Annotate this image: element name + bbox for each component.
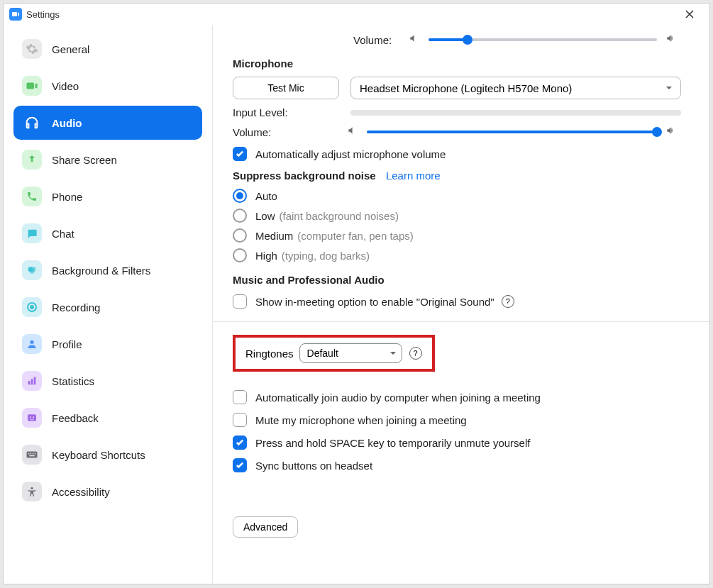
- sidebar-item-keyboard[interactable]: Keyboard Shortcuts: [13, 438, 202, 472]
- nav-label: Audio: [52, 117, 82, 129]
- speaker-high-icon: [665, 33, 677, 46]
- ringtones-label: Ringtones: [245, 348, 294, 360]
- input-level-meter: [350, 110, 681, 116]
- noise-low-label: Low: [255, 210, 275, 222]
- svg-rect-15: [29, 455, 35, 457]
- recording-icon: [22, 297, 42, 317]
- space-unmute-row: Press and hold SPACE key to temporarily …: [233, 436, 681, 450]
- nav-label: General: [52, 43, 89, 55]
- noise-medium-row: Medium (computer fan, pen taps): [233, 228, 681, 243]
- svg-rect-5: [31, 379, 33, 384]
- mic-device-row: Test Mic Headset Microphone (Logitech H5…: [233, 77, 681, 99]
- titlebar: Settings: [4, 4, 709, 25]
- help-icon[interactable]: ?: [409, 347, 422, 360]
- mute-join-checkbox[interactable]: [233, 413, 247, 427]
- video-icon: [22, 76, 42, 96]
- learn-more-link[interactable]: Learn more: [386, 170, 441, 182]
- sidebar-item-profile[interactable]: Profile: [13, 327, 202, 361]
- nav-label: Video: [52, 80, 79, 92]
- svg-point-2: [30, 270, 35, 274]
- accessibility-icon: [22, 482, 42, 501]
- svg-rect-14: [35, 453, 36, 455]
- advanced-button[interactable]: Advanced: [233, 516, 298, 538]
- speaker-volume-slider[interactable]: [429, 38, 657, 41]
- sidebar-item-accessibility[interactable]: Accessibility: [13, 475, 202, 509]
- noise-auto-radio[interactable]: [233, 189, 247, 203]
- svg-rect-13: [33, 453, 34, 455]
- noise-medium-hint: (computer fan, pen taps): [297, 230, 413, 242]
- filters-icon: [22, 260, 42, 280]
- nav-label: Profile: [52, 338, 82, 350]
- noise-medium-radio[interactable]: [233, 228, 247, 243]
- settings-window: Settings General Video Audio Share Scree…: [3, 3, 710, 584]
- noise-low-radio[interactable]: [233, 209, 247, 223]
- space-unmute-label: Press and hold SPACE key to temporarily …: [255, 437, 530, 449]
- test-mic-button[interactable]: Test Mic: [233, 77, 339, 99]
- noise-low-hint: (faint background noises): [280, 210, 399, 222]
- sidebar-item-feedback[interactable]: Feedback: [13, 401, 202, 435]
- feedback-icon: [22, 408, 42, 428]
- mute-join-row: Mute my microphone when joining a meetin…: [233, 413, 681, 427]
- sidebar-item-chat[interactable]: Chat: [13, 216, 202, 250]
- noise-low-row: Low (faint background noises): [233, 209, 681, 223]
- mic-device-select[interactable]: Headset Microphone (Logitech H570e Mono): [350, 77, 681, 99]
- sidebar-item-general[interactable]: General: [13, 32, 202, 66]
- speaker-volume-row: Volume:: [353, 33, 681, 46]
- original-sound-row: Show in-meeting option to enable "Origin…: [233, 294, 681, 309]
- ringtones-value: Default: [307, 348, 338, 359]
- noise-high-hint: (typing, dog barks): [282, 250, 370, 262]
- noise-high-row: High (typing, dog barks): [233, 248, 681, 262]
- svg-point-9: [33, 416, 34, 418]
- sidebar-item-share-screen[interactable]: Share Screen: [13, 143, 202, 177]
- auto-join-label: Automatically join audio by computer whe…: [255, 392, 541, 404]
- ringtones-select[interactable]: Default: [299, 343, 402, 363]
- nav-label: Feedback: [52, 412, 99, 424]
- nav-label: Background & Filters: [52, 265, 150, 277]
- noise-high-radio[interactable]: [233, 248, 247, 262]
- sync-headset-label: Sync buttons on headset: [255, 460, 372, 472]
- nav-label: Chat: [52, 228, 74, 240]
- share-icon: [22, 150, 42, 170]
- sidebar-item-background[interactable]: Background & Filters: [13, 253, 202, 287]
- suppress-heading: Suppress background noise Learn more: [233, 170, 681, 182]
- phone-icon: [22, 187, 42, 206]
- mute-join-label: Mute my microphone when joining a meetin…: [255, 414, 467, 426]
- mic-device-value: Headset Microphone (Logitech H570e Mono): [360, 82, 572, 94]
- svg-point-16: [31, 487, 33, 489]
- mic-volume-slider[interactable]: [367, 131, 657, 133]
- nav-label: Share Screen: [52, 154, 117, 166]
- svg-rect-10: [27, 452, 38, 458]
- sidebar-item-phone[interactable]: Phone: [13, 179, 202, 213]
- divider: [213, 321, 709, 322]
- speaker-low-icon: [409, 33, 420, 46]
- sidebar-item-audio[interactable]: Audio: [13, 106, 202, 140]
- nav-label: Statistics: [52, 375, 94, 387]
- svg-rect-12: [31, 453, 32, 455]
- mic-volume-label: Volume:: [233, 126, 308, 138]
- auto-join-row: Automatically join audio by computer whe…: [233, 390, 681, 404]
- gear-icon: [22, 39, 42, 59]
- original-sound-checkbox[interactable]: [233, 294, 247, 309]
- help-icon[interactable]: ?: [502, 295, 514, 308]
- space-unmute-checkbox[interactable]: [233, 436, 247, 450]
- stats-icon: [22, 371, 42, 391]
- input-level-label: Input Level:: [233, 106, 308, 118]
- svg-rect-11: [28, 453, 30, 455]
- music-heading: Music and Professional Audio: [233, 274, 681, 286]
- auto-join-checkbox[interactable]: [233, 390, 247, 404]
- sidebar-item-video[interactable]: Video: [13, 69, 202, 103]
- profile-icon: [22, 334, 42, 354]
- sync-headset-checkbox[interactable]: [233, 458, 247, 472]
- close-button[interactable]: [675, 5, 704, 23]
- headphones-icon: [22, 113, 42, 133]
- sidebar-item-recording[interactable]: Recording: [13, 290, 202, 324]
- mic-volume-row: Volume:: [233, 126, 681, 138]
- sidebar-item-statistics[interactable]: Statistics: [13, 364, 202, 398]
- window-title: Settings: [26, 9, 675, 20]
- auto-adjust-checkbox[interactable]: [233, 147, 247, 161]
- nav-label: Keyboard Shortcuts: [52, 449, 145, 461]
- svg-rect-4: [28, 381, 31, 384]
- auto-adjust-row: Automatically adjust microphone volume: [233, 147, 681, 161]
- content-area: Volume: Microphone Test Mic Headset Micr…: [213, 25, 709, 584]
- microphone-heading: Microphone: [233, 57, 681, 70]
